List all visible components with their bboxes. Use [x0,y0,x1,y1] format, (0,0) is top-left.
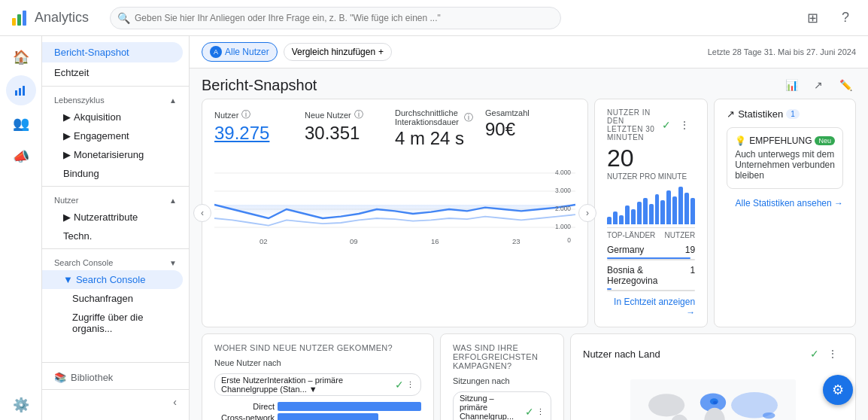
realtime-section-label: NUTZER IN DEN LETZTEN 30 MINUTEN [607,108,662,142]
nav-analytics-btn[interactable] [6,75,36,105]
map-card: Nutzer nach Land ✓ ⋮ [570,333,856,420]
stats-link[interactable]: Alle Statistiken ansehen → [727,198,843,208]
bar-13 [678,187,683,224]
sidebar-collapse-btn[interactable]: ‹ [48,393,183,411]
metric-interaktionsdauer-label: Durchschnittliche Interaktionsdauer ⓘ [395,108,473,126]
metric-nutzer-label: Nutzer ⓘ [214,108,293,121]
bar-4 [625,205,630,224]
segment-chip-alle-nutzer[interactable]: A Alle Nutzer [202,42,278,62]
rec-icon: 💡 [735,135,746,146]
svg-text:16: 16 [431,237,439,245]
bar-1 [607,217,612,224]
settings-fab[interactable]: ⚙ [823,375,853,405]
main-metrics-card: ‹ Nutzer ⓘ 39.275 Neue Nutzer ⓘ [202,99,588,327]
chevron-up-icon: ▲ [169,96,177,105]
metric-gesamt-value: 90€ [485,119,563,140]
metrics-inner: Nutzer ⓘ 39.275 Neue Nutzer ⓘ 30.351 [214,108,575,149]
bar-9 [655,194,660,224]
bar-11 [666,190,671,224]
compare-btn[interactable]: Vergleich hinzufügen + [284,43,392,61]
check-icon: ✓ [662,119,671,131]
chart-type-btn[interactable]: 📊 [781,75,802,96]
sidebar-sub-akquisition[interactable]: ▶ Akquisition [42,108,189,126]
expand-icon: ▼ [63,274,73,285]
realtime-link[interactable]: In Echtzeit anzeigen → [607,297,695,318]
realtime-more-btn[interactable]: ⋮ [674,114,695,135]
metric-nutzer-value: 39.275 [214,123,293,144]
badge-new: Neu [815,136,835,145]
check-icon-map: ✓ [810,348,819,360]
info-icon-neue[interactable]: ⓘ [354,108,363,121]
more-icon: ⋮ [406,380,414,390]
grid-icon-btn[interactable]: ⊞ [799,5,826,32]
sidebar-divider-bottom [42,362,189,363]
sidebar-footer-bibliothek[interactable]: 📚 Bibliothek [42,366,189,389]
bar-6 [637,202,642,224]
app-title: Analytics [35,10,89,26]
expand-icon: ▶ [63,212,71,223]
sidebar-section-nutzer[interactable]: Nutzer ▲ [42,190,189,208]
content-header: A Alle Nutzer Vergleich hinzufügen + Let… [190,36,868,68]
metrics-nav-left[interactable]: ‹ [193,204,211,222]
metric-nutzer: Nutzer ⓘ 39.275 [214,108,305,149]
new-users-title: WOHER SIND NEUE NUTZER GEKOMMEN? [214,343,421,352]
nav-ads-btn[interactable]: 📣 [6,142,36,172]
bar-row-cross: Cross-network [214,413,421,420]
new-users-card: WOHER SIND NEUE NUTZER GEKOMMEN? Neue Nu… [202,333,434,420]
stats-badge: 1 [786,109,800,119]
share-btn[interactable]: ↗ [808,75,829,96]
svg-rect-1 [17,14,21,26]
metrics-grid: ‹ Nutzer ⓘ 39.275 Neue Nutzer ⓘ [190,99,868,333]
nav-config-btn[interactable]: ⚙️ [6,390,36,420]
nav-explore-btn[interactable]: 👥 [6,108,36,138]
realtime-sublabel: NUTZER PRO MINUTE [607,172,695,181]
library-icon: 📚 [54,372,66,383]
nav-home-btn[interactable]: 🏠 [6,42,36,72]
stats-rec-box: 💡 EMPFEHLUNG Neu Auch unterwegs mit dem … [727,127,843,189]
sidebar-sub-nutzerattribute[interactable]: ▶ Nutzerattribute [42,208,189,227]
search-icon: 🔍 [117,12,130,24]
sidebar-section-lebenszyklus[interactable]: Lebenszyklus ▲ [42,90,189,108]
metric-neue-nutzer: Neue Nutzer ⓘ 30.351 [305,108,395,149]
topbar-actions: ⊞ ? [799,5,859,32]
new-users-filter-chip[interactable]: Erste NutzerInteraktion – primäre Channe… [214,373,421,396]
metric-neue-nutzer-label: Neue Nutzer ⓘ [305,108,383,121]
stats-header: ↗ Statistiken 1 [727,108,843,120]
bar-5 [631,209,636,224]
sidebar-sub-techn[interactable]: Techn. [42,227,189,245]
campaigns-title: WAS SIND IHRE ERFOLGREICHSTEN KAMPAGNEN? [453,343,551,370]
sidebar-sub-engagement[interactable]: ▶ Engagement [42,126,189,145]
svg-rect-0 [12,18,16,26]
metric-gesamt-label: Gesamtzahl [485,108,563,117]
search-input[interactable] [110,7,561,29]
realtime-card: NUTZER IN DEN LETZTEN 30 MINUTEN ✓ ⋮ 20 … [594,99,708,327]
campaigns-filter-row: Sitzungen nach [453,376,551,385]
sidebar-sub-bindung[interactable]: Bindung [42,164,189,183]
svg-text:4.000: 4.000 [555,169,571,176]
map-more-btn[interactable]: ⋮ [822,343,843,364]
realtime-country-germany: Germany 19 [607,242,695,260]
metrics-nav-right[interactable]: › [578,204,596,222]
bar-cross [278,413,378,420]
svg-text:3.000: 3.000 [555,187,571,194]
sidebar-sub-suchanfragen[interactable]: Suchanfragen [42,289,189,308]
help-icon-btn[interactable]: ? [832,5,859,32]
edit-btn[interactable]: ✏️ [835,75,856,96]
campaigns-filter-chip[interactable]: Sitzung – primäre Channelgrup... ▼ ✓ ⋮ [453,391,551,420]
info-icon-nutzer[interactable]: ⓘ [241,108,250,121]
plus-icon: + [378,47,384,57]
sidebar-section-search-console[interactable]: Search Console ▼ [42,252,189,270]
bar-15 [690,198,695,224]
sidebar-sub-zugriffe[interactable]: Zugriffe über die organis... [42,308,189,338]
bar-row-direct: Direct [214,402,421,411]
sidebar-sub-monetarisierung[interactable]: ▶ Monetarisierung [42,145,189,164]
info-icon-dauer[interactable]: ⓘ [464,111,473,124]
sidebar-sub-search-console[interactable]: ▼ Search Console [42,270,183,289]
page-title: Bericht-Snapshot [202,77,781,94]
svg-rect-5 [23,86,25,96]
expand-icon: ▶ [63,130,71,142]
stats-card: ↗ Statistiken 1 💡 EMPFEHLUNG Neu Auch un… [714,99,856,327]
svg-text:2.000: 2.000 [555,205,571,212]
sidebar-item-echtzeit[interactable]: Echtzeit [42,62,183,83]
sidebar-item-bericht-snapshot[interactable]: Bericht-Snapshot [42,42,183,62]
